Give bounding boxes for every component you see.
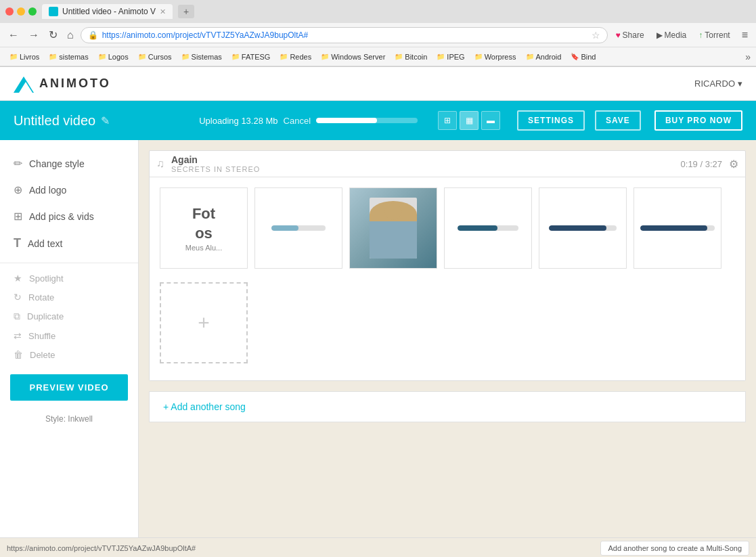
bookmark-sistemas[interactable]: 📁sistemas bbox=[45, 51, 92, 62]
more-bookmarks-button[interactable]: » bbox=[745, 51, 751, 62]
sidebar-item-delete[interactable]: 🗑 Delete bbox=[0, 345, 138, 364]
text-icon: T bbox=[14, 236, 21, 250]
trash-icon: 🗑 bbox=[14, 349, 23, 360]
settings-button[interactable]: SETTINGS bbox=[517, 110, 585, 131]
multi-song-tooltip: Add another song to create a Multi-Song bbox=[600, 541, 749, 556]
photo-card-text: Fotos Meus Alu... bbox=[185, 204, 222, 251]
photo-body bbox=[370, 221, 417, 259]
video-title: Untitled video ✎ bbox=[14, 113, 110, 129]
upload-text: Uploading 13.28 Mb bbox=[199, 116, 277, 126]
sidebar-item-shuffle[interactable]: ⇄ Shuffle bbox=[0, 326, 138, 345]
photo-card-5[interactable] bbox=[539, 187, 627, 269]
sidebar-item-duplicate[interactable]: ⧉ Duplicate bbox=[0, 307, 138, 326]
preview-video-button[interactable]: PREVIEW VIDEO bbox=[10, 374, 128, 401]
add-photo-card[interactable]: + bbox=[160, 282, 248, 363]
url-input[interactable] bbox=[102, 30, 588, 40]
photo-card-6[interactable] bbox=[633, 187, 721, 269]
username: RICARDO bbox=[694, 79, 735, 89]
share-label: Share bbox=[623, 30, 644, 40]
list-view-button[interactable]: ▬ bbox=[481, 111, 500, 130]
address-bar[interactable]: 🔒 ☆ bbox=[81, 27, 608, 43]
content-area: ♫ Again SECRETS IN STEREO 0:19 / 3:27 ⚙ … bbox=[139, 140, 756, 537]
nav-right-buttons: ♥ Share ▶ Media ↑ Torrent ≡ bbox=[612, 28, 751, 43]
heart-icon: ♥ bbox=[615, 30, 620, 40]
song-info: Again SECRETS IN STEREO bbox=[171, 154, 674, 173]
sidebar-divider bbox=[0, 263, 138, 263]
nav-bar: ← → ↻ ⌂ 🔒 ☆ ♥ Share ▶ Media ↑ Torrent ≡ bbox=[0, 23, 756, 47]
sidebar-item-add-pics[interactable]: ⊞ Add pics & vids bbox=[0, 203, 138, 229]
photo-card-1[interactable]: Fotos Meus Alu... bbox=[160, 187, 248, 269]
bookmark-ipeg[interactable]: 📁IPEG bbox=[432, 51, 468, 62]
photo-card-2[interactable] bbox=[254, 187, 342, 269]
song-header: ♫ Again SECRETS IN STEREO 0:19 / 3:27 ⚙ bbox=[150, 151, 745, 177]
torrent-button[interactable]: ↑ Torrent bbox=[695, 29, 733, 41]
bookmark-livros[interactable]: 📁Livros bbox=[5, 51, 43, 62]
photo-card-3[interactable] bbox=[349, 187, 437, 269]
sidebar-item-rotate[interactable]: ↻ Rotate bbox=[0, 288, 138, 307]
bookmark-sistemas2[interactable]: 📁Sistemas bbox=[177, 51, 226, 62]
bookmark-redes[interactable]: 📁Redes bbox=[275, 51, 315, 62]
photo-face bbox=[385, 203, 402, 220]
status-bar: https://animoto.com/project/vTVTJZ5YaAZw… bbox=[0, 537, 756, 557]
sidebar-item-change-style[interactable]: ✏ Change style bbox=[0, 150, 138, 177]
new-tab-button[interactable]: + bbox=[178, 5, 194, 18]
browser-tab[interactable]: Untitled video - Animoto V ✕ bbox=[42, 4, 173, 19]
folder-icon: 📁 bbox=[437, 53, 445, 60]
share-button[interactable]: ♥ Share bbox=[612, 29, 647, 41]
tab-favicon bbox=[49, 7, 58, 16]
sidebar-item-add-text[interactable]: T Add text bbox=[0, 229, 138, 257]
maximize-button[interactable] bbox=[28, 7, 37, 16]
bookmark-worpress[interactable]: 📁Worpress bbox=[470, 51, 520, 62]
torrent-label: Torrent bbox=[705, 30, 730, 40]
upload-progress-bar bbox=[316, 118, 418, 123]
pencil-icon: ✏ bbox=[14, 157, 22, 170]
animoto-logo-icon bbox=[14, 74, 34, 94]
logo-text: ANIMOTO bbox=[39, 76, 111, 91]
minimize-button[interactable] bbox=[17, 7, 25, 16]
photo-card-4[interactable] bbox=[444, 187, 532, 269]
sidebar: ✏ Change style ⊕ Add logo ⊞ Add pics & v… bbox=[0, 140, 139, 537]
folder-icon: 📁 bbox=[395, 53, 403, 60]
grid-view-button-2[interactable]: ▦ bbox=[460, 111, 479, 130]
bookmark-cursos[interactable]: 📁Cursos bbox=[134, 51, 176, 62]
add-song-bar[interactable]: + Add another song bbox=[149, 391, 746, 422]
bookmark-star-icon[interactable]: ☆ bbox=[592, 30, 600, 41]
folder-icon: 📁 bbox=[138, 53, 146, 60]
sidebar-item-spotlight[interactable]: ★ Spotlight bbox=[0, 269, 138, 288]
bookmark-icon: 🔖 bbox=[571, 53, 579, 60]
browser-menu-button[interactable]: ≡ bbox=[739, 28, 751, 43]
forward-button[interactable]: → bbox=[26, 28, 42, 43]
status-url: https://animoto.com/project/vTVTJZ5YaAZw… bbox=[7, 544, 196, 552]
star-icon: ★ bbox=[14, 273, 22, 284]
bookmark-android[interactable]: 📁Android bbox=[522, 51, 566, 62]
media-button[interactable]: ▶ Media bbox=[653, 29, 690, 41]
folder-icon: 📁 bbox=[321, 53, 329, 60]
save-button[interactable]: SAVE bbox=[595, 110, 641, 131]
bookmark-fatesg[interactable]: 📁FATESG bbox=[227, 51, 275, 62]
folder-icon: 📁 bbox=[98, 53, 106, 60]
tab-close-button[interactable]: ✕ bbox=[160, 7, 166, 16]
user-menu[interactable]: RICARDO ▾ bbox=[694, 79, 742, 89]
folder-icon: 📁 bbox=[526, 53, 534, 60]
refresh-button[interactable]: ↻ bbox=[46, 27, 60, 43]
home-button[interactable]: ⌂ bbox=[64, 28, 76, 43]
bookmark-bitcoin[interactable]: 📁Bitcoin bbox=[391, 51, 431, 62]
buy-pro-button[interactable]: BUY PRO NOW bbox=[654, 110, 742, 131]
bookmark-logos[interactable]: 📁Logos bbox=[94, 51, 133, 62]
folder-icon: 📁 bbox=[280, 53, 288, 60]
edit-title-icon[interactable]: ✎ bbox=[101, 114, 110, 127]
sidebar-item-add-logo[interactable]: ⊕ Add logo bbox=[0, 177, 138, 203]
bookmark-windows-server[interactable]: 📁Windows Server bbox=[317, 51, 389, 62]
title-bar: Untitled video - Animoto V ✕ + bbox=[0, 0, 756, 23]
video-toolbar: Untitled video ✎ Uploading 13.28 Mb Canc… bbox=[0, 101, 756, 140]
tab-title: Untitled video - Animoto V bbox=[62, 7, 156, 16]
song-settings-icon[interactable]: ⚙ bbox=[729, 158, 738, 171]
loading-fill-6 bbox=[640, 225, 707, 231]
bookmark-bind[interactable]: 🔖Bind bbox=[566, 51, 600, 62]
close-button[interactable] bbox=[5, 7, 14, 16]
grid-view-button[interactable]: ⊞ bbox=[438, 111, 457, 130]
music-icon: ♫ bbox=[156, 158, 164, 170]
bookmarks-bar: 📁Livros 📁sistemas 📁Logos 📁Cursos 📁Sistem… bbox=[0, 47, 756, 66]
back-button[interactable]: ← bbox=[5, 28, 22, 43]
cancel-upload-button[interactable]: Cancel bbox=[284, 116, 311, 126]
